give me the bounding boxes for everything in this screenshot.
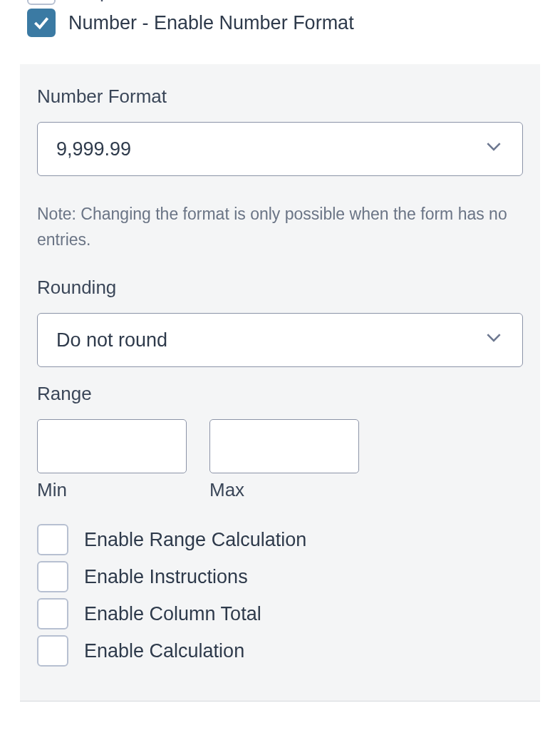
check-icon xyxy=(32,14,51,32)
enable-instructions-row: Enable Instructions xyxy=(37,561,523,592)
format-note: Note: Changing the format is only possib… xyxy=(37,202,523,252)
rounding-select-wrap: Do not round xyxy=(37,313,523,367)
rounding-select[interactable]: Do not round xyxy=(37,313,523,367)
range-max-col: Max xyxy=(209,419,359,501)
rounding-label: Rounding xyxy=(37,277,523,299)
number-format-select-wrap: 9,999.99 xyxy=(37,122,523,176)
range-max-label: Max xyxy=(209,479,359,501)
range-row: Min Max xyxy=(37,419,523,501)
enable-column-total-checkbox[interactable] xyxy=(37,598,68,629)
enable-range-calculation-row: Enable Range Calculation xyxy=(37,524,523,555)
range-min-col: Min xyxy=(37,419,187,501)
enable-instructions-label: Enable Instructions xyxy=(84,566,248,588)
enable-calculation-checkbox[interactable] xyxy=(37,635,68,667)
number-enable-number-format-row: Number - Enable Number Format xyxy=(27,9,540,37)
enable-calculation-row: Enable Calculation xyxy=(37,635,523,667)
enable-instructions-checkbox[interactable] xyxy=(37,561,68,592)
options-check-list: Enable Range Calculation Enable Instruct… xyxy=(37,524,523,667)
enable-range-calculation-label: Enable Range Calculation xyxy=(84,529,306,551)
enable-column-total-row: Enable Column Total xyxy=(37,598,523,629)
range-min-input[interactable] xyxy=(37,419,187,473)
enable-range-calculation-checkbox[interactable] xyxy=(37,524,68,555)
dropdown-enable-number-format-label: Drop Down - Enable Number Format xyxy=(68,0,386,2)
number-format-label: Number Format xyxy=(37,86,523,108)
enable-column-total-label: Enable Column Total xyxy=(84,603,261,625)
dropdown-enable-number-format-row: Drop Down - Enable Number Format xyxy=(27,0,540,6)
dropdown-enable-number-format-checkbox[interactable] xyxy=(27,0,56,5)
number-enable-number-format-label: Number - Enable Number Format xyxy=(68,12,354,34)
range-label: Range xyxy=(37,383,523,405)
number-format-select[interactable]: 9,999.99 xyxy=(37,122,523,176)
number-format-value: 9,999.99 xyxy=(56,138,131,160)
range-max-input[interactable] xyxy=(209,419,359,473)
range-min-label: Min xyxy=(37,479,187,501)
rounding-value: Do not round xyxy=(56,329,167,351)
number-enable-number-format-checkbox[interactable] xyxy=(27,9,56,37)
number-settings-panel: Number Format 9,999.99 Note: Changing th… xyxy=(20,64,540,701)
enable-calculation-label: Enable Calculation xyxy=(84,640,244,662)
